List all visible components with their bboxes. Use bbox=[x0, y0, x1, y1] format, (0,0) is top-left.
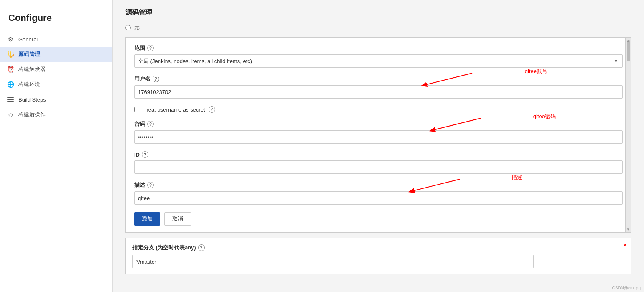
treat-secret-field-group: Treat username as secret ? bbox=[134, 106, 623, 113]
section-title: 源码管理 bbox=[125, 8, 631, 17]
branch-input[interactable] bbox=[132, 255, 534, 268]
sidebar-item-label: 构建后操作 bbox=[18, 111, 46, 118]
password-help-icon[interactable]: ? bbox=[147, 121, 154, 127]
username-field-group: 用户名 ? gitee账号 bbox=[134, 75, 623, 99]
sidebar-item-label: 构建触发器 bbox=[18, 66, 46, 73]
watermark: CSDN@cm_pq bbox=[612, 286, 641, 290]
description-field-group: 描述 ? 描述 bbox=[134, 181, 623, 205]
treat-secret-help-icon[interactable]: ? bbox=[209, 106, 215, 113]
treat-secret-checkbox[interactable] bbox=[134, 107, 140, 112]
svg-rect-0 bbox=[7, 97, 14, 98]
svg-rect-2 bbox=[7, 101, 14, 102]
sidebar-item-source[interactable]: 🔱 源码管理 bbox=[0, 47, 112, 62]
sidebar-item-post-build[interactable]: ◇ 构建后操作 bbox=[0, 107, 112, 122]
sidebar-item-label: 源码管理 bbox=[18, 51, 40, 58]
gitee-account-annotation: gitee账号 bbox=[525, 68, 547, 75]
globe-icon: 🌐 bbox=[7, 81, 14, 88]
sidebar-item-env[interactable]: 🌐 构建环境 bbox=[0, 77, 112, 92]
password-field-group: 密码 ? gitee密码 bbox=[134, 120, 623, 144]
sidebar-item-build-steps[interactable]: Build Steps bbox=[0, 92, 112, 107]
id-help-icon[interactable]: ? bbox=[142, 151, 148, 158]
radio-none-label: 元 bbox=[134, 24, 140, 31]
page-title: Configure bbox=[0, 8, 112, 32]
branch-section: × 指定分支 (为空时代表any) ? bbox=[125, 238, 631, 274]
svg-rect-1 bbox=[7, 99, 14, 100]
description-help-icon[interactable]: ? bbox=[147, 182, 154, 188]
branch-help-icon[interactable]: ? bbox=[198, 244, 205, 251]
add-button[interactable]: 添加 bbox=[134, 212, 160, 226]
description-input[interactable] bbox=[134, 191, 623, 205]
clock-icon: ⏰ bbox=[7, 66, 14, 73]
fork-icon: 🔱 bbox=[7, 51, 14, 58]
sidebar: Configure ⚙ General 🔱 源码管理 ⏰ 构建触发器 🌐 构建环… bbox=[0, 0, 113, 292]
diamond-icon: ◇ bbox=[7, 111, 14, 118]
treat-secret-row: Treat username as secret ? bbox=[134, 106, 623, 113]
gear-icon: ⚙ bbox=[7, 36, 14, 43]
scope-label: 范围 ? bbox=[134, 44, 623, 52]
sidebar-item-general[interactable]: ⚙ General bbox=[0, 32, 112, 47]
username-label: 用户名 ? bbox=[134, 75, 623, 83]
credential-panel: ▲ ▼ 范围 ? 全局 (Jenkins, nodes, items, all … bbox=[125, 37, 631, 233]
radio-area: 元 bbox=[125, 24, 631, 31]
password-input[interactable] bbox=[134, 130, 623, 144]
description-annotation: 描述 bbox=[512, 174, 522, 181]
sidebar-item-triggers[interactable]: ⏰ 构建触发器 bbox=[0, 62, 112, 77]
button-row: 添加 取消 bbox=[134, 212, 623, 226]
scope-field-group: 范围 ? 全局 (Jenkins, nodes, items, all chil… bbox=[134, 44, 623, 68]
close-icon[interactable]: × bbox=[624, 241, 627, 248]
scope-select-wrapper: 全局 (Jenkins, nodes, items, all child ite… bbox=[134, 54, 623, 68]
cancel-button[interactable]: 取消 bbox=[164, 212, 191, 226]
sidebar-item-label: Build Steps bbox=[18, 96, 46, 103]
branch-label: 指定分支 (为空时代表any) ? bbox=[132, 244, 624, 251]
treat-secret-label: Treat username as secret bbox=[143, 107, 205, 113]
id-input[interactable] bbox=[134, 160, 623, 174]
id-label: ID ? bbox=[134, 151, 623, 158]
sidebar-item-label: General bbox=[18, 36, 38, 43]
password-label: 密码 ? bbox=[134, 120, 623, 128]
username-help-icon[interactable]: ? bbox=[153, 76, 159, 82]
description-label: 描述 ? bbox=[134, 181, 623, 189]
username-input[interactable] bbox=[134, 85, 623, 99]
id-field-group: ID ? bbox=[134, 151, 623, 174]
sidebar-item-label: 构建环境 bbox=[18, 81, 40, 88]
main-content: 源码管理 元 ▲ ▼ 范围 ? bbox=[113, 0, 644, 292]
scope-help-icon[interactable]: ? bbox=[147, 45, 154, 51]
gitee-password-annotation: gitee密码 bbox=[533, 113, 556, 120]
scope-select[interactable]: 全局 (Jenkins, nodes, items, all child ite… bbox=[134, 54, 623, 68]
radio-none[interactable] bbox=[125, 25, 131, 30]
steps-icon bbox=[7, 96, 14, 103]
